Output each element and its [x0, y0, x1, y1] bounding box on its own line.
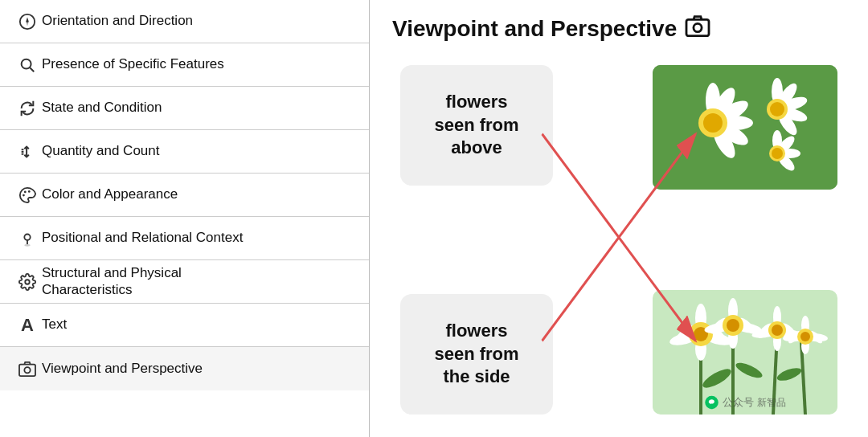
label-box-top: flowers seen from above [400, 65, 553, 186]
svg-point-11 [28, 190, 31, 193]
refresh-icon [13, 100, 42, 117]
search-icon [13, 56, 42, 74]
right-panel: Viewpoint and Perspective flowers seen f… [370, 0, 868, 437]
label-top-text: flowers seen from above [434, 91, 518, 160]
svg-point-77 [800, 332, 810, 341]
text-icon: A [13, 315, 42, 336]
svg-point-69 [772, 325, 783, 336]
pin-icon [13, 230, 42, 247]
sidebar-item-label: Presence of Specific Features [42, 56, 224, 72]
compass-icon [13, 13, 42, 31]
svg-point-40 [772, 148, 783, 159]
svg-line-4 [30, 67, 34, 71]
title-text: Viewpoint and Perspective [392, 16, 677, 42]
svg-point-9 [23, 194, 25, 196]
sidebar-item-label: Structural and PhysicalCharacteristics [42, 265, 182, 298]
svg-rect-15 [19, 365, 35, 377]
camera-icon [13, 361, 42, 377]
svg-rect-17 [686, 19, 709, 35]
sidebar-item-label: Orientation and Direction [42, 13, 193, 29]
sidebar-item-color[interactable]: Color and Appearance [0, 174, 369, 217]
svg-point-14 [25, 280, 30, 284]
sidebar-item-label: Viewpoint and Perspective [42, 361, 203, 377]
svg-point-18 [694, 23, 702, 31]
palette-icon [13, 186, 42, 204]
watermark-text: 公众号 [723, 395, 754, 410]
watermark-suffix: 新智品 [757, 396, 786, 410]
sidebar-item-label: State and Condition [42, 100, 162, 116]
left-menu: Orientation and Direction Presence of Sp… [0, 0, 370, 437]
diagram-area: flowers seen from above flowers seen fro… [392, 57, 845, 423]
sidebar-item-text[interactable]: A Text [0, 304, 369, 347]
svg-point-34 [770, 102, 784, 116]
sidebar-item-label: Quantity and Count [42, 143, 159, 159]
sidebar-item-state[interactable]: State and Condition [0, 87, 369, 130]
label-box-bottom: flowers seen from the side [400, 294, 553, 415]
svg-point-16 [24, 367, 30, 373]
sidebar-item-label: Color and Appearance [42, 186, 178, 202]
page-title: Viewpoint and Perspective [392, 14, 845, 43]
svg-point-61 [727, 319, 739, 332]
svg-point-13 [24, 243, 30, 246]
photo-flowers-top [653, 65, 837, 190]
sidebar-item-viewpoint[interactable]: Viewpoint and Perspective [0, 347, 369, 390]
svg-point-27 [703, 113, 723, 133]
sidebar-item-orientation[interactable]: Orientation and Direction [0, 0, 369, 43]
gear-icon [13, 273, 42, 291]
sidebar-item-presence[interactable]: Presence of Specific Features [0, 43, 369, 87]
photo-flowers-side: 公众号 新智品 [653, 290, 837, 415]
sort-icon [13, 143, 42, 161]
sidebar-item-quantity[interactable]: Quantity and Count [0, 130, 369, 174]
sidebar-item-positional[interactable]: Positional and Relational Context [0, 217, 369, 260]
label-bottom-text: flowers seen from the side [434, 320, 518, 389]
title-camera-icon [685, 14, 710, 43]
watermark: 公众号 新智品 [705, 395, 786, 410]
sidebar-item-label: Text [42, 317, 67, 333]
sidebar-item-label: Positional and Relational Context [42, 230, 243, 246]
svg-point-10 [24, 190, 27, 193]
svg-point-12 [24, 234, 30, 239]
svg-point-3 [22, 59, 31, 68]
sidebar-item-structural[interactable]: Structural and PhysicalCharacteristics [0, 260, 369, 304]
